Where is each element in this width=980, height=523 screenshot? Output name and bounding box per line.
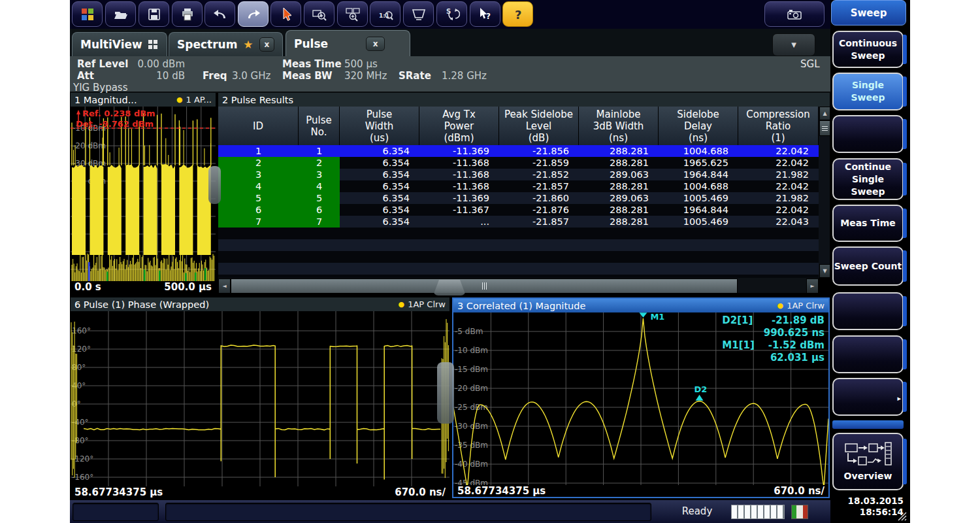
spacer: [722, 327, 755, 339]
svg-text:-15 dBm: -15 dBm: [455, 365, 488, 374]
multi-zoom-icon[interactable]: [337, 1, 368, 27]
context-help-icon[interactable]: ?: [470, 1, 500, 27]
table-empty-rows: [218, 228, 819, 279]
splitter-handle-left[interactable]: [208, 166, 221, 204]
table-column-header[interactable]: PulseNo.: [299, 107, 340, 145]
freq-value[interactable]: 3.0 GHz: [232, 70, 270, 82]
phase-x-scale: 670.0 ns/: [395, 486, 446, 498]
scroll-left-button[interactable]: ◄: [218, 278, 231, 294]
table-column-header[interactable]: SidelobeDelay(ns): [659, 107, 738, 145]
help-icon[interactable]: ?: [502, 1, 533, 27]
meas-time-value[interactable]: 500 µs: [344, 58, 378, 70]
display-icon[interactable]: [403, 1, 434, 27]
table-column-header[interactable]: ID: [218, 107, 299, 145]
svg-text:?: ?: [515, 8, 521, 22]
marker-d2-position: 990.625 ns: [764, 327, 825, 339]
svg-text:-10 dBm: -10 dBm: [455, 346, 488, 355]
overview-label: Overview: [844, 470, 892, 482]
ref-level-value[interactable]: 0.00 dBm: [126, 58, 185, 70]
svg-text:-30 dBm: -30 dBm: [455, 422, 488, 431]
correlated-title-bar[interactable]: 3 Correlated (1) Magnitude ●1AP Clrw: [453, 299, 828, 312]
phase-legend: ●1AP Clrw: [399, 299, 446, 309]
svg-text:80°: 80°: [72, 363, 86, 372]
softkey-continuous-sweep[interactable]: Continuous Sweep: [832, 31, 904, 68]
svg-text:D2: D2: [694, 384, 708, 394]
softkey-sidebar: Sweep Continuous Sweep Single Sweep Cont…: [830, 0, 910, 523]
tab-multiview[interactable]: MultiView: [72, 32, 167, 56]
svg-text:-20 dBm: -20 dBm: [73, 141, 106, 150]
softkey-sweep-count[interactable]: Sweep Count: [832, 246, 904, 286]
srate-label: SRate: [399, 70, 431, 82]
tab-spectrum-label: Spectrum: [177, 38, 237, 51]
srate-value[interactable]: 1.28 GHz: [442, 70, 487, 82]
svg-text:-20 dBm: -20 dBm: [455, 384, 488, 393]
magnitude-x-end: 500.0 µs: [164, 281, 212, 293]
hscroll-thumb[interactable]: [231, 278, 738, 294]
redo-icon[interactable]: [238, 1, 269, 27]
softkey-continue-single-sweep[interactable]: Continue Single Sweep: [832, 158, 904, 200]
tab-spectrum[interactable]: Spectrum ★ x: [169, 32, 283, 56]
table-row[interactable]: 446.354-11.368-21.857288.2811004.68822.0…: [218, 180, 819, 192]
scroll-up-button[interactable]: ▲: [819, 107, 830, 120]
progress-gauge: [731, 505, 785, 519]
select-pointer-icon[interactable]: [270, 1, 301, 27]
marker-d2-value: -21.89 dB: [764, 314, 825, 327]
datetime-display: 18.03.2015 18:56:14: [830, 496, 904, 518]
softkey-empty-4[interactable]: ▸: [832, 378, 904, 416]
table-column-header[interactable]: CompressionRatio(1): [738, 107, 819, 145]
screenshot-camera-icon[interactable]: [764, 1, 825, 27]
restart-sweep-icon[interactable]: S: [436, 1, 467, 27]
table-column-header[interactable]: Mainlobe3dB Width(ns): [579, 107, 659, 145]
tab-pulse-label: Pulse: [294, 37, 328, 50]
tab-pulse-close-button[interactable]: x: [366, 37, 385, 51]
pulse-results-title-bar[interactable]: 2 Pulse Results: [218, 93, 830, 107]
zoom-1-1-icon[interactable]: 1:1: [370, 1, 400, 27]
correlated-legend: ●1AP Clrw: [777, 301, 825, 311]
svg-text:-45 dBm: -45 dBm: [455, 479, 488, 485]
phase-legend-text: 1AP Clrw: [408, 299, 446, 309]
table-row[interactable]: 666.354-11.367-21.876288.2811964.84422.0…: [218, 204, 819, 216]
status-bar: Ready: [70, 500, 830, 523]
att-value[interactable]: 10 dB: [126, 70, 185, 82]
magnitude-title-bar[interactable]: 1 Magnitud... ●1 AP...: [71, 93, 216, 107]
magnitude-x-start: 0.0 s: [74, 281, 101, 293]
table-column-header[interactable]: PulseWidth(us): [340, 107, 419, 145]
tab-spectrum-close-button[interactable]: x: [259, 37, 274, 52]
scroll-right-button[interactable]: ►: [806, 278, 819, 294]
windows-logo-icon[interactable]: [72, 1, 103, 27]
table-vertical-scrollbar[interactable]: ▲ ▼: [819, 107, 830, 278]
table-row[interactable]: 226.354-11.368-21.859288.2811965.62522.0…: [218, 157, 819, 169]
table-row[interactable]: 556.354-11.369-21.860289.0631005.46921.9…: [218, 192, 819, 204]
softkey-empty-1[interactable]: [832, 115, 904, 153]
tab-list-dropdown-button[interactable]: ▼: [772, 33, 815, 56]
magnitude-x-axis: 0.0 s 500.0 µs: [71, 281, 216, 293]
correlated-x-start: 58.67734375 µs: [457, 485, 546, 497]
meas-bw-value[interactable]: 320 MHz: [344, 70, 387, 82]
ref-annotation: Ref. 0.238 dBm: [82, 109, 155, 118]
magnitude-legend-text: 1 AP...: [186, 95, 212, 105]
table-row[interactable]: 336.354-11.368-21.852289.0631964.84421.9…: [218, 169, 819, 180]
scroll-grip[interactable]: [819, 120, 830, 136]
scroll-down-button[interactable]: ▼: [819, 264, 830, 278]
sgl-badge: SGL: [800, 58, 820, 70]
open-file-icon[interactable]: [105, 1, 136, 27]
table-column-header[interactable]: Peak SidelobeLevel(dB): [499, 107, 579, 145]
softkey-empty-3[interactable]: [832, 335, 904, 373]
softkey-empty-2[interactable]: [832, 292, 904, 330]
phase-title: 6 Pulse (1) Phase (Wrapped): [74, 299, 209, 310]
table-horizontal-scrollbar[interactable]: ◄ ►: [218, 278, 819, 293]
tab-pulse[interactable]: Pulse x: [286, 30, 410, 56]
table-row[interactable]: 776.354...-21.857288.2811005.46922.043: [218, 216, 819, 228]
zoom-area-icon[interactable]: [304, 1, 335, 27]
table-column-header[interactable]: Avg TxPower(dBm): [419, 107, 499, 145]
undo-icon[interactable]: [204, 1, 235, 27]
softkey-meas-time[interactable]: Meas Time: [832, 205, 904, 242]
softkey-single-sweep[interactable]: Single Sweep: [832, 73, 904, 110]
splitter-handle-bottom[interactable]: [437, 362, 454, 424]
save-icon[interactable]: [139, 1, 169, 27]
print-icon[interactable]: [172, 1, 203, 27]
phase-title-bar[interactable]: 6 Pulse (1) Phase (Wrapped) ●1AP Clrw: [71, 297, 449, 311]
overview-button[interactable]: Overview: [832, 433, 904, 490]
spacer: [722, 352, 755, 364]
table-row[interactable]: 116.354-11.369-21.856288.2811004.68822.0…: [218, 145, 819, 157]
